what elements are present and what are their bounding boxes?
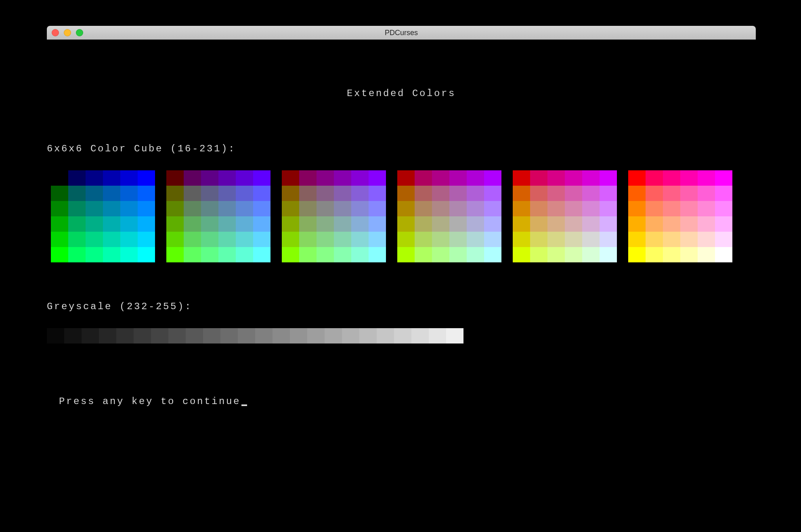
color-swatch bbox=[715, 247, 732, 262]
maximize-icon[interactable] bbox=[76, 29, 83, 36]
color-swatch bbox=[103, 232, 120, 247]
window-title: PDCurses bbox=[47, 29, 756, 37]
color-swatch bbox=[166, 216, 184, 232]
cursor-icon bbox=[241, 404, 247, 406]
color-swatch bbox=[628, 216, 646, 232]
color-swatch bbox=[201, 201, 218, 216]
color-swatch bbox=[103, 247, 120, 262]
color-swatch bbox=[166, 170, 184, 186]
color-swatch bbox=[484, 170, 501, 186]
color-swatch bbox=[166, 232, 184, 247]
color-cube-row bbox=[166, 201, 270, 216]
grey-swatch bbox=[47, 328, 64, 343]
grey-swatch bbox=[359, 328, 377, 343]
color-swatch bbox=[351, 216, 369, 232]
grey-swatch bbox=[186, 328, 203, 343]
color-swatch bbox=[86, 247, 103, 262]
color-swatch bbox=[218, 170, 236, 186]
grey-swatch bbox=[99, 328, 116, 343]
color-swatch bbox=[120, 232, 138, 247]
color-swatch bbox=[397, 170, 415, 186]
color-swatch bbox=[646, 186, 663, 201]
grey-swatch bbox=[446, 328, 463, 343]
color-swatch bbox=[218, 247, 236, 262]
color-swatch bbox=[51, 186, 68, 201]
color-cube-row bbox=[51, 170, 155, 186]
color-swatch bbox=[397, 232, 415, 247]
color-cube-row bbox=[166, 232, 270, 247]
color-swatch bbox=[236, 232, 253, 247]
color-swatch bbox=[547, 170, 565, 186]
color-swatch bbox=[547, 216, 565, 232]
grey-swatch bbox=[377, 328, 394, 343]
color-swatch bbox=[166, 247, 184, 262]
color-swatch bbox=[86, 201, 103, 216]
grey-swatch bbox=[151, 328, 168, 343]
color-swatch bbox=[184, 216, 201, 232]
minimize-icon[interactable] bbox=[64, 29, 71, 36]
color-cube-row bbox=[51, 247, 155, 262]
color-swatch bbox=[565, 170, 582, 186]
color-swatch bbox=[530, 216, 547, 232]
color-swatch bbox=[449, 186, 467, 201]
color-cube bbox=[51, 170, 756, 262]
color-swatch bbox=[397, 201, 415, 216]
color-swatch bbox=[547, 247, 565, 262]
color-swatch bbox=[646, 201, 663, 216]
color-swatch bbox=[317, 232, 334, 247]
color-swatch bbox=[467, 201, 484, 216]
color-cube-row bbox=[628, 170, 732, 186]
color-swatch bbox=[715, 201, 732, 216]
color-swatch bbox=[628, 170, 646, 186]
color-swatch bbox=[680, 232, 698, 247]
color-swatch bbox=[484, 247, 501, 262]
color-swatch bbox=[334, 247, 351, 262]
color-cube-row bbox=[51, 232, 155, 247]
color-swatch bbox=[253, 216, 270, 232]
color-swatch bbox=[415, 186, 432, 201]
color-swatch bbox=[184, 232, 201, 247]
color-cube-slab bbox=[628, 170, 732, 262]
color-swatch bbox=[484, 186, 501, 201]
color-swatch bbox=[467, 186, 484, 201]
color-cube-row bbox=[513, 216, 617, 232]
color-cube-row bbox=[282, 201, 386, 216]
color-cube-row bbox=[282, 247, 386, 262]
color-swatch bbox=[646, 170, 663, 186]
color-swatch bbox=[253, 232, 270, 247]
color-cube-slab bbox=[397, 170, 501, 262]
color-cube-row bbox=[628, 186, 732, 201]
color-cube-row bbox=[397, 216, 501, 232]
grey-swatch bbox=[134, 328, 151, 343]
close-icon[interactable] bbox=[52, 29, 59, 36]
color-swatch bbox=[51, 216, 68, 232]
color-cube-row bbox=[282, 232, 386, 247]
color-swatch bbox=[68, 247, 86, 262]
color-swatch bbox=[138, 170, 155, 186]
color-swatch bbox=[282, 232, 299, 247]
color-swatch bbox=[201, 247, 218, 262]
color-swatch bbox=[547, 186, 565, 201]
color-swatch bbox=[51, 201, 68, 216]
color-cube-slab bbox=[282, 170, 386, 262]
grey-swatch bbox=[429, 328, 446, 343]
color-swatch bbox=[628, 201, 646, 216]
color-cube-row bbox=[513, 232, 617, 247]
color-swatch bbox=[236, 247, 253, 262]
color-swatch bbox=[484, 232, 501, 247]
color-swatch bbox=[530, 201, 547, 216]
color-swatch bbox=[253, 186, 270, 201]
color-swatch bbox=[138, 247, 155, 262]
grey-swatch bbox=[82, 328, 99, 343]
color-swatch bbox=[432, 186, 449, 201]
color-swatch bbox=[86, 216, 103, 232]
color-swatch bbox=[663, 216, 680, 232]
color-swatch bbox=[432, 201, 449, 216]
terminal-content[interactable]: Extended Colors 6x6x6 Color Cube (16-231… bbox=[47, 40, 756, 407]
color-swatch bbox=[68, 170, 86, 186]
color-cube-row bbox=[282, 170, 386, 186]
color-swatch bbox=[415, 201, 432, 216]
color-swatch bbox=[530, 247, 547, 262]
color-swatch bbox=[334, 216, 351, 232]
color-cube-slab bbox=[166, 170, 270, 262]
